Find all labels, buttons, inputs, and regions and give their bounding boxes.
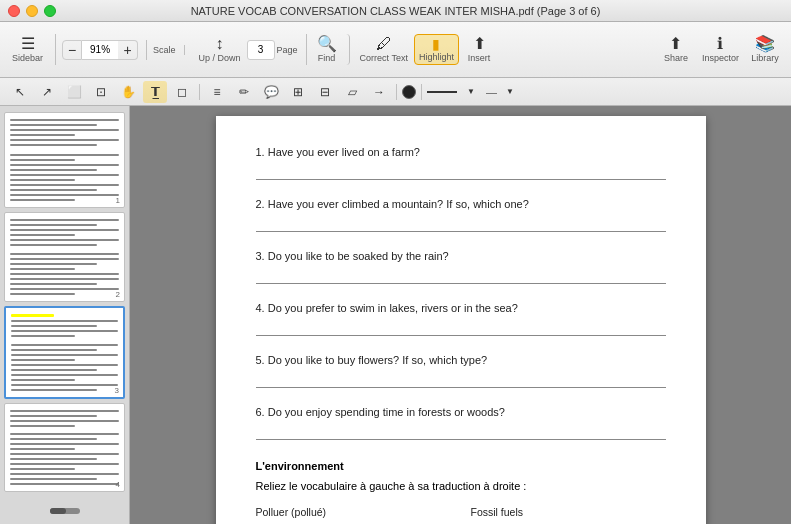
pan-tool-button[interactable]: ✋ [116, 81, 140, 103]
question-item: 6. Do you enjoy spending time in forests… [256, 406, 666, 440]
page-label: Page [277, 45, 298, 55]
insert-icon: ⬆ [473, 36, 486, 52]
text-highlight-icon: T̲ [151, 84, 160, 99]
question-item: 3. Do you like to be soaked by the rain? [256, 250, 666, 284]
up-down-icon: ↕ [216, 36, 224, 52]
correct-text-button[interactable]: 🖊 Correct Text [356, 34, 412, 65]
answer-line [256, 216, 666, 232]
grid-icon: ⊟ [320, 85, 330, 99]
page-input[interactable] [247, 40, 275, 60]
library-button[interactable]: 📚 Library [747, 34, 783, 65]
sidebar-icon: ☰ [21, 36, 35, 52]
select-rect-icon: ⬜ [67, 85, 82, 99]
arrow-tool-button[interactable]: ↗ [35, 81, 59, 103]
cursor-icon: ↖ [15, 85, 25, 99]
toolbar-row-1: ☰ Sidebar − + Scale ↕ Up / Down Page 🔍 F… [0, 22, 791, 77]
scale-label: Scale [153, 45, 185, 55]
mark-tool-button[interactable]: ◻ [170, 81, 194, 103]
question-text: 1. Have you ever lived on a farm? [256, 146, 666, 158]
correct-text-label: Correct Text [360, 53, 408, 63]
thumb-num-1: 1 [116, 196, 120, 205]
window-title: NATURE VOCAB CONVERSATION CLASS WEAK INT… [191, 5, 601, 17]
line-dropdown-button[interactable]: ▼ [459, 81, 483, 103]
highlight-icon: ▮ [432, 37, 440, 51]
share-button[interactable]: ⬆ Share [658, 34, 694, 65]
question-text: 6. Do you enjoy spending time in forests… [256, 406, 666, 418]
pencil-icon: ✏ [239, 85, 249, 99]
zoom-out-button[interactable]: − [62, 40, 82, 60]
note-button[interactable]: ⊞ [286, 81, 310, 103]
thumb-content-2 [8, 216, 121, 298]
close-button[interactable] [8, 5, 20, 17]
page-thumb-4[interactable]: 4 [4, 403, 125, 492]
answer-line [256, 372, 666, 388]
sidebar-label: Sidebar [12, 53, 43, 63]
crop-tool-button[interactable]: ⊡ [89, 81, 113, 103]
highlight-button[interactable]: ▮ Highlight [414, 34, 459, 65]
sidebar-panel: 1 2 [0, 106, 130, 524]
pencil-button[interactable]: ✏ [232, 81, 256, 103]
answer-line [256, 424, 666, 440]
color-picker[interactable] [402, 85, 416, 99]
pdf-content-area: 1. Have you ever lived on a farm?2. Have… [130, 106, 791, 524]
hand-icon: ✋ [121, 85, 136, 99]
text-select-icon: ≡ [213, 85, 220, 99]
section-subtitle: Reliez le vocabulaire à gauche à sa trad… [256, 480, 666, 492]
pdf-page: 1. Have you ever lived on a farm?2. Have… [216, 116, 706, 524]
question-item: 5. Do you like to buy flowers? If so, wh… [256, 354, 666, 388]
cursor-tool-button[interactable]: ↖ [8, 81, 32, 103]
question-text: 2. Have you ever climbed a mountain? If … [256, 198, 666, 210]
arrow-select-icon: ↗ [42, 85, 52, 99]
minimize-button[interactable] [26, 5, 38, 17]
answer-line [256, 320, 666, 336]
questions-container: 1. Have you ever lived on a farm?2. Have… [256, 146, 666, 440]
insert-button[interactable]: ⬆ Insert [461, 34, 497, 65]
right-toolbar: ⬆ Share ℹ Inspector 📚 Library [658, 34, 783, 65]
page-thumb-2[interactable]: 2 [4, 212, 125, 302]
speech-icon: 💬 [264, 85, 279, 99]
arrow-shape-icon: → [373, 85, 385, 99]
vocab-french: Polluer (pollué) [256, 506, 451, 518]
speech-button[interactable]: 💬 [259, 81, 283, 103]
page-thumb-1[interactable]: 1 [4, 112, 125, 208]
note-icon: ⊞ [293, 85, 303, 99]
question-text: 3. Do you like to be soaked by the rain? [256, 250, 666, 262]
insert-label: Insert [468, 53, 491, 63]
thumb-num-3: 3 [115, 386, 119, 395]
shape-button[interactable]: ▱ [340, 81, 364, 103]
grid-button[interactable]: ⊟ [313, 81, 337, 103]
main-toolbar: ☰ Sidebar − + Scale ↕ Up / Down Page 🔍 F… [0, 22, 791, 78]
up-down-button[interactable]: ↕ Up / Down [195, 34, 245, 65]
sidebar-button[interactable]: ☰ Sidebar [8, 34, 47, 65]
line-preview [427, 91, 457, 93]
vocab-english: Fossil fuels [471, 506, 666, 518]
zoom-group: − + [62, 40, 147, 60]
dash-dropdown-button[interactable]: ▼ [498, 81, 522, 103]
library-icon: 📚 [755, 36, 775, 52]
zoom-input[interactable] [82, 40, 118, 60]
vocab-table: Polluer (pollué)Fossil fuelsL'effet de s… [256, 506, 666, 524]
maximize-button[interactable] [44, 5, 56, 17]
page-thumb-3[interactable]: 3 [4, 306, 125, 399]
separator-1 [199, 84, 200, 100]
highlight-tool-button[interactable]: T̲ [143, 81, 167, 103]
inspector-label: Inspector [702, 53, 739, 63]
answer-line [256, 268, 666, 284]
page-nav-group: ↕ Up / Down Page [195, 34, 307, 65]
find-button[interactable]: 🔍 Find [313, 34, 350, 65]
line-group: ▼ [427, 81, 483, 103]
question-item: 4. Do you prefer to swim in lakes, river… [256, 302, 666, 336]
arrow-shape-button[interactable]: → [367, 81, 391, 103]
thumb-num-4: 4 [116, 480, 120, 489]
select-tool-button[interactable]: ⬜ [62, 81, 86, 103]
highlight-label: Highlight [419, 52, 454, 62]
zoom-in-button[interactable]: + [118, 40, 138, 60]
thumb-content-4 [8, 407, 121, 488]
inspector-button[interactable]: ℹ Inspector [698, 34, 743, 65]
separator-3 [421, 84, 422, 100]
search-icon: 🔍 [317, 36, 337, 52]
traffic-lights [8, 5, 56, 17]
thumb-content-1 [8, 116, 121, 204]
text-select-button[interactable]: ≡ [205, 81, 229, 103]
inspector-icon: ℹ [717, 36, 723, 52]
